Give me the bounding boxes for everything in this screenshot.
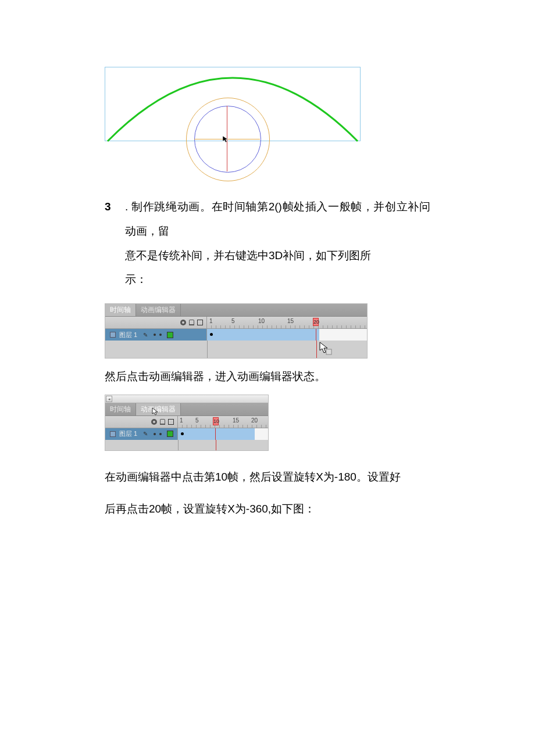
bottom-left: [105, 341, 208, 358]
frame-ruler[interactable]: 1 5 10 15 20: [178, 416, 268, 428]
ruler-10: 10: [258, 318, 265, 324]
ruler-20: 20: [251, 417, 258, 424]
final-para-l2: 后再点击20帧，设置旋转X为-360,如下图：: [105, 497, 430, 521]
bottom-left: [105, 440, 179, 450]
step-3-block: 3 . 制作跳绳动画。在时间轴第2()帧处插入一般帧，并创立补问动画，留 意不是…: [105, 195, 430, 292]
timeline-panel-2: ◂ 时间轴 动画编辑器 1 5 10 15 20: [105, 395, 269, 451]
vertical-line-icon: [227, 106, 227, 171]
timeline-panel-1: 时间轴 动画编辑器 1 5 10 15 20 图层 1 ✎: [105, 303, 368, 359]
bottom-right: [208, 341, 367, 358]
keyframe-icon: [181, 432, 184, 435]
ruler-15: 15: [233, 417, 239, 424]
ruler-5: 5: [195, 417, 199, 424]
document-page: 3 . 制作跳绳动画。在时间轴第2()帧处插入一般帧，并创立补问动画，留 意不是…: [0, 0, 535, 585]
frame-track[interactable]: [207, 329, 367, 341]
scroll-left-icon[interactable]: ◂: [106, 396, 112, 402]
frame-track[interactable]: [178, 428, 268, 440]
frame-ruler[interactable]: 1 5 10 15 20: [207, 317, 367, 328]
layer-name: 图层 1: [119, 331, 137, 339]
ruler-5: 5: [231, 318, 235, 324]
step-line3: 示：: [125, 267, 430, 292]
final-para-l1: 在动画编辑器中点击第10帧，然后设置旋转X为-180。设置好: [105, 463, 430, 491]
header-controls: [105, 416, 178, 428]
layer-row[interactable]: 图层 1 ✎: [105, 428, 268, 440]
para-after-timeline1: 然后点击动画编辑器，进入动画编辑器状态。: [105, 364, 430, 389]
layer-label-area: 图层 1 ✎: [105, 428, 178, 440]
dot-icon: [154, 433, 156, 435]
step-line2: 意不是传统补间，并右键选中3D补间，如下列图所: [125, 243, 430, 268]
bottom-right: [179, 440, 268, 450]
outline-icon[interactable]: [168, 419, 174, 425]
list-text: . 制作跳绳动画。在时间轴第2()帧处插入一般帧，并创立补问动画，留: [125, 195, 430, 243]
color-swatch[interactable]: [167, 332, 173, 338]
ruler-1: 1: [180, 417, 183, 424]
outline-icon[interactable]: [197, 320, 203, 325]
playhead-line: [316, 329, 316, 341]
dot-icon: [154, 334, 156, 336]
layer-name: 图层 1: [119, 429, 137, 438]
lock-icon[interactable]: [160, 419, 165, 425]
color-swatch[interactable]: [167, 431, 173, 437]
arc-figure: [105, 58, 361, 177]
visibility-icon[interactable]: [151, 419, 157, 425]
pencil-icon: ✎: [143, 431, 148, 437]
layer-icon: [110, 332, 116, 338]
playhead-marker[interactable]: 20: [313, 318, 319, 326]
keyframe-icon: [210, 333, 213, 336]
empty-frames: [255, 428, 268, 440]
svg-rect-0: [326, 349, 331, 354]
visibility-icon[interactable]: [180, 320, 186, 325]
playhead-line: [216, 440, 216, 450]
pencil-icon: ✎: [143, 332, 148, 338]
timeline-header: 1 5 10 15 20: [105, 416, 268, 428]
lock-icon[interactable]: [189, 320, 194, 325]
timeline-bottom: [105, 440, 268, 450]
ruler-ticks: [178, 425, 268, 428]
tab-anim-editor[interactable]: 动画编辑器: [136, 304, 181, 316]
ruler-15: 15: [287, 318, 294, 324]
playhead-marker[interactable]: 10: [213, 417, 219, 425]
header-controls: [105, 317, 207, 328]
panel-tabs: 时间轴 动画编辑器: [105, 304, 367, 317]
tab-timeline[interactable]: 时间轴: [105, 304, 136, 316]
panel-tabs: 时间轴 动画编辑器: [105, 403, 268, 416]
step-line1: 制作跳绳动画。在时间轴第2()帧处插入一般帧，并创立补问动画，留: [125, 200, 430, 237]
ruler-1: 1: [209, 318, 213, 324]
list-number: 3: [105, 195, 125, 219]
playhead-line: [215, 428, 216, 440]
scrollbar[interactable]: ◂: [105, 395, 268, 403]
timeline-header: 1 5 10 15 20: [105, 317, 367, 329]
empty-frames: [319, 329, 367, 341]
playhead-line: [316, 341, 317, 358]
list-item: 3 . 制作跳绳动画。在时间轴第2()帧处插入一般帧，并创立补问动画，留: [105, 195, 430, 243]
ruler-ticks: [207, 325, 367, 328]
timeline-bottom: [105, 341, 367, 358]
layer-label-area: 图层 1 ✎: [105, 329, 207, 341]
dot-icon: [159, 433, 162, 435]
layer-row[interactable]: 图层 1 ✎: [105, 329, 367, 341]
layer-icon: [110, 431, 116, 437]
cursor-icon: [319, 342, 333, 358]
dot-icon: [159, 334, 162, 336]
tab-timeline[interactable]: 时间轴: [105, 403, 136, 415]
tab-anim-editor[interactable]: 动画编辑器: [136, 403, 181, 415]
